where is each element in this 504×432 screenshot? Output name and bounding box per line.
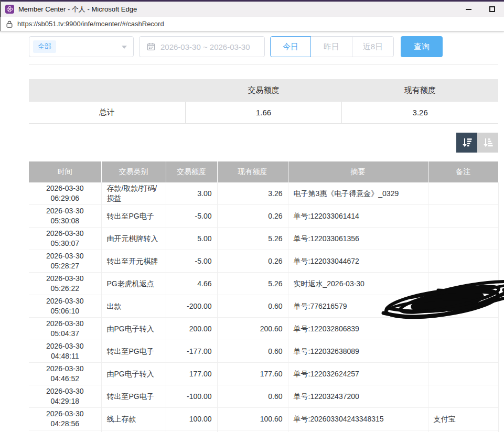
cell-amount: 5.00 (166, 228, 217, 250)
window-title: Member Center - 个人 - Microsoft Edge (18, 5, 137, 14)
transactions-body: 2026-03-30 06:29:06存款/取款/打码/损益3.003.26电子… (29, 182, 498, 432)
table-row: 2026-03-30 05:04:37由PG电子转入200.00200.60单号… (29, 318, 498, 340)
cell-balance: 0.26 (217, 250, 288, 273)
browser-titlebar: Member Center - 个人 - Microsoft Edge (0, 0, 504, 17)
date-range-value[interactable]: 2026-03-30 ~ 2026-03-30 (160, 42, 250, 51)
cell-amount: 4.66 (166, 273, 217, 295)
cell-remark (428, 295, 498, 318)
table-row: 2026-03-30 04:29:18转出至PG电子-100.000.60单号:… (29, 385, 498, 408)
cell-time: 2026-03-30 04:28:56 (29, 408, 101, 430)
maximize-icon (489, 6, 495, 12)
summary-header-cell: 现有额度 (342, 79, 498, 102)
table-row: 2026-03-30 06:29:06存款/取款/打码/损益3.003.26电子… (29, 182, 498, 205)
category-selected-tag[interactable]: 全部 (33, 40, 56, 53)
cell-balance: 0.60 (217, 295, 288, 318)
cell-time: 2026-03-30 05:30:07 (29, 228, 101, 250)
url-text[interactable]: https://sb051.tv:9900/infe/mcenter/#/cas… (17, 20, 164, 28)
browser-urlbar[interactable]: https://sb051.tv:9900/infe/mcenter/#/cas… (0, 17, 504, 31)
transactions-header-row: 时间交易类别交易额度现有额度摘要备注 (29, 161, 498, 182)
summary-total-row: 总计1.663.26 (29, 102, 498, 124)
cell-type: 由PG电子转入 (101, 363, 166, 385)
table-row: 2026-03-30 04:25:34转出至PG电子-1.000.60单号:12… (29, 430, 498, 432)
cell-time: 2026-03-30 05:28:27 (29, 250, 101, 273)
cell-remark (428, 385, 498, 408)
cell-time: 2026-03-30 04:25:34 (29, 430, 101, 432)
cell-time: 2026-03-30 05:04:37 (29, 318, 101, 340)
cell-summary: 单号:202603304243348315 (288, 408, 428, 430)
cell-time: 2026-03-30 04:29:18 (29, 385, 101, 408)
column-header: 备注 (428, 161, 498, 182)
cell-amount: 100.00 (166, 408, 217, 430)
lock-icon (6, 20, 13, 28)
cell-remark (428, 273, 498, 295)
window-controls (457, 2, 504, 17)
cell-amount: 200.00 (166, 318, 217, 340)
sort-ascending-button[interactable] (477, 133, 498, 153)
quick-range-today[interactable]: 今日 (270, 36, 311, 57)
cell-balance: 200.60 (217, 318, 288, 340)
cell-summary: 电子第3惠《电子得意金》_0329 (288, 182, 428, 205)
summary-total-cell: 总计 (29, 102, 186, 123)
cell-amount: -100.00 (166, 385, 217, 408)
search-button[interactable]: 查询 (401, 36, 443, 57)
table-row: 2026-03-30 05:30:08转出至PG电子-5.000.26单号:12… (29, 205, 498, 228)
cell-type: 转出至PG电子 (101, 385, 166, 408)
summary-total-cell: 1.66 (186, 102, 342, 123)
cell-remark (428, 250, 498, 273)
quick-range-last8days[interactable]: 近8日 (352, 36, 394, 57)
table-row: 2026-03-30 04:48:11转出至PG电子-177.000.60单号:… (29, 340, 498, 363)
cell-type: 转出至PG电子 (101, 430, 166, 432)
site-favicon-icon (5, 5, 14, 14)
sort-descending-button[interactable] (456, 133, 477, 153)
sort-asc-icon (482, 137, 494, 148)
category-select[interactable]: 全部 (29, 36, 134, 57)
summary-header-row: 交易额度现有额度 (29, 79, 498, 102)
cell-balance: 100.60 (217, 408, 288, 430)
column-header: 现有额度 (217, 161, 288, 182)
summary-total-cell: 3.26 (342, 102, 498, 123)
cell-remark (428, 318, 498, 340)
cell-amount: -200.00 (166, 295, 217, 318)
cell-type: 转出至PG电子 (101, 340, 166, 363)
cell-time: 2026-03-30 06:29:06 (29, 182, 101, 205)
cell-amount: 177.00 (166, 363, 217, 385)
cell-balance: 0.60 (217, 385, 288, 408)
summary-header-cell: 交易额度 (185, 79, 341, 102)
column-header: 交易类别 (101, 161, 166, 182)
cell-type: 转出至开元棋牌 (101, 250, 166, 273)
table-row: 2026-03-30 05:30:07由开元棋牌转入5.005.26单号:122… (29, 228, 498, 250)
cell-type: PG老虎机返点 (101, 273, 166, 295)
minimize-button[interactable] (457, 2, 480, 17)
cell-summary: 单号:122033061414 (288, 205, 428, 228)
cell-type: 存款/取款/打码/损益 (101, 182, 166, 205)
filter-divider (29, 64, 498, 65)
quick-range-yesterday[interactable]: 昨日 (310, 36, 352, 57)
cell-amount: -5.00 (166, 250, 217, 273)
date-range-picker[interactable]: 2026-03-30 ~ 2026-03-30 (139, 36, 265, 57)
sort-desc-icon (461, 137, 473, 148)
cell-time: 2026-03-30 05:30:08 (29, 205, 101, 228)
cell-time: 2026-03-30 05:06:10 (29, 295, 101, 318)
cell-balance: 5.26 (217, 228, 288, 250)
summary-table: 交易额度现有额度 总计1.663.26 (29, 79, 498, 124)
cell-time: 2026-03-30 05:26:22 (29, 273, 101, 295)
cell-remark (428, 205, 498, 228)
cell-remark: 支付宝 (428, 408, 498, 430)
cell-summary: 单号:122032638089 (288, 340, 428, 363)
cell-summary: 单号:122033044672 (288, 250, 428, 273)
cell-time: 2026-03-30 04:46:52 (29, 363, 101, 385)
cell-summary: 单号:122032624257 (288, 363, 428, 385)
cell-summary: 单号:122032806839 (288, 318, 428, 340)
table-row: 2026-03-30 04:46:52由PG电子转入177.00177.60单号… (29, 363, 498, 385)
cell-summary: 单号:122032437200 (288, 385, 428, 408)
cell-balance: 0.60 (217, 430, 288, 432)
cell-summary: 实时返水_2026-03-30 (288, 273, 428, 295)
cell-remark (428, 182, 498, 205)
transactions-table: 时间交易类别交易额度现有额度摘要备注 2026-03-30 06:29:06存款… (29, 161, 499, 432)
cell-amount: -1.00 (166, 430, 217, 432)
cell-amount: 3.00 (166, 182, 217, 205)
cell-type: 转出至PG电子 (101, 205, 166, 228)
calendar-icon (147, 42, 155, 51)
cash-record-page: 全部 2026-03-30 ~ 2026-03-30 今日昨日近8日 (0, 31, 504, 432)
maximize-button[interactable] (480, 2, 504, 17)
